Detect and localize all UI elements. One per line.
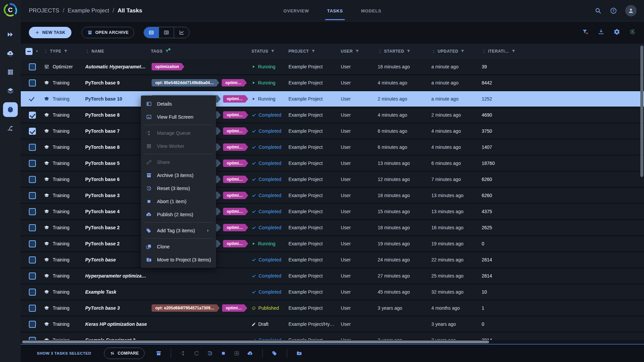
abort-button[interactable] — [217, 347, 230, 360]
task-name[interactable]: PyTorch base 3 — [85, 305, 151, 311]
table-row[interactable]: TrainingKeras HP optimization baseDraftE… — [21, 316, 644, 333]
compare-button[interactable]: COMPARE — [104, 348, 145, 359]
menu-item-archive-3-items[interactable]: Archive (3 items) — [141, 169, 216, 182]
breadcrumb-item[interactable]: PROJECTS — [29, 7, 59, 14]
row-checkbox[interactable] — [29, 192, 36, 199]
table-row[interactable]: TrainingPyTorch base 6optimi…CompletedEx… — [21, 172, 644, 188]
sidebar-item-cloud-autoscalers[interactable] — [3, 46, 18, 61]
table-row[interactable]: OptimizerAutomatic Hyperparamete…optimiz… — [21, 59, 644, 75]
row-checkbox[interactable] — [29, 224, 36, 231]
column-header-tags[interactable]: TAGS — [151, 49, 252, 54]
funnel-icon[interactable] — [355, 49, 360, 54]
menu-item-view-full-screen[interactable]: View Full Screen — [141, 110, 216, 123]
table-row[interactable]: TrainingPyTorch base 8optimi…CompletedEx… — [21, 139, 644, 156]
sidebar-item-datasets[interactable] — [3, 83, 18, 98]
table-row[interactable]: TrainingExample Experiment 2CompletedExa… — [21, 333, 644, 340]
menu-item-details[interactable]: Details — [141, 97, 216, 110]
gear-button[interactable] — [613, 28, 620, 37]
menu-item-clone[interactable]: Clone — [141, 240, 216, 253]
table-row[interactable]: TrainingPyTorch base 8optimi…CompletedEx… — [21, 107, 644, 123]
row-checkbox[interactable] — [29, 256, 36, 263]
table-row[interactable]: TrainingPyTorch base 7optimi…CompletedEx… — [21, 123, 644, 139]
row-checkbox[interactable] — [29, 144, 36, 151]
breadcrumb-item[interactable]: All Tasks — [118, 7, 142, 14]
funnel-icon[interactable] — [63, 49, 68, 54]
row-checkbox[interactable] — [29, 96, 36, 103]
filter-x-button[interactable] — [582, 28, 589, 37]
vertical-scrollbar-thumb[interactable] — [640, 46, 643, 177]
breadcrumb-item[interactable]: Example Project — [68, 7, 109, 14]
task-name[interactable]: Hyperparameter optimizati… — [85, 273, 151, 279]
funnel-icon[interactable] — [270, 49, 275, 54]
row-checkbox[interactable] — [29, 63, 36, 70]
user-avatar[interactable] — [625, 5, 637, 16]
menu-item-add-tag-3-items[interactable]: Add Tag (3 items) — [141, 224, 216, 237]
table-row[interactable]: TrainingPyTorch baseCompletedExample Pro… — [21, 252, 644, 268]
column-header-updated[interactable]: UPDATED — [431, 49, 482, 54]
row-checkbox[interactable] — [29, 160, 36, 167]
table-row[interactable]: TrainingPyTorch base 5optimi…CompletedEx… — [21, 156, 644, 172]
row-checkbox[interactable] — [29, 337, 36, 340]
horizontal-scrollbar-thumb[interactable] — [22, 341, 489, 343]
publish-button[interactable] — [244, 347, 257, 360]
table-row[interactable]: TrainingPyTorch base 3optimi…CompletedEx… — [21, 188, 644, 204]
row-checkbox[interactable] — [29, 289, 36, 296]
task-name[interactable]: Automatic Hyperparamete… — [85, 64, 151, 69]
reset-button[interactable] — [203, 347, 217, 360]
clearml-logo[interactable]: C — [3, 3, 17, 17]
show-selected-tasks-link[interactable]: SHOW 3 TASKS SELECTED — [37, 351, 91, 355]
horizontal-scrollbar[interactable] — [21, 340, 644, 344]
add-tag-button[interactable] — [268, 347, 281, 360]
row-checkbox[interactable] — [29, 321, 36, 328]
column-header-started[interactable]: STARTED — [378, 49, 431, 54]
breadcrumb[interactable]: PROJECTS/Example Project/All Tasks — [21, 7, 142, 14]
column-header-name[interactable]: NAME — [85, 49, 151, 54]
column-header-user[interactable]: USER — [341, 49, 378, 54]
open-archive-button[interactable]: OPEN ARCHIVE — [82, 27, 135, 38]
funnel-icon[interactable] — [165, 49, 169, 54]
help-icon[interactable]: ? — [610, 7, 617, 14]
sidebar-item-workers-queues[interactable] — [3, 65, 18, 79]
sidebar-item-projects[interactable] — [3, 102, 18, 117]
task-name[interactable]: Keras HP optimization base — [85, 321, 151, 327]
menu-item-move-to-project-3-items[interactable]: Move to Project (3 items) — [141, 253, 216, 266]
table-row[interactable]: TrainingPyTorch base 10optimi…RunningExa… — [21, 91, 644, 107]
table-row[interactable]: TrainingHyperparameter optimizati…Comple… — [21, 268, 644, 284]
card-view-toggle[interactable] — [159, 27, 174, 38]
row-checkbox[interactable] — [29, 208, 36, 215]
column-header-type[interactable]: TYPE — [44, 49, 85, 54]
autorefresh-button[interactable] — [629, 28, 636, 37]
table-view-toggle[interactable] — [144, 27, 159, 38]
menu-item-publish-2-items[interactable]: Publish (2 items) — [141, 208, 216, 221]
funnel-icon[interactable] — [406, 49, 411, 54]
task-name[interactable]: Example Task — [85, 289, 151, 295]
row-checkbox[interactable] — [29, 240, 36, 247]
tab-overview[interactable]: OVERVIEW — [279, 0, 314, 21]
table-row[interactable]: TrainingPyTorch base 2optimi…RunningExam… — [21, 236, 644, 252]
select-all-checkbox[interactable] — [25, 48, 33, 55]
row-checkbox[interactable] — [29, 128, 36, 135]
row-checkbox[interactable] — [29, 305, 36, 312]
new-task-button[interactable]: NEW TASK — [29, 27, 71, 38]
row-checkbox[interactable] — [29, 273, 36, 280]
task-name[interactable]: PyTorch base 9 — [85, 80, 151, 85]
row-checkbox[interactable] — [29, 79, 36, 86]
table-row[interactable]: TrainingPyTorch base 4optimi…CompletedEx… — [21, 204, 644, 220]
column-header-status[interactable]: STATUS — [252, 49, 288, 54]
tab-tasks[interactable]: TASKS — [322, 0, 347, 21]
move-to-project-button[interactable] — [292, 347, 306, 360]
task-name[interactable]: Example Experiment 2 — [85, 338, 151, 340]
table-row[interactable]: TrainingPyTorch base 2optimi…CompletedEx… — [21, 220, 644, 236]
sidebar-item-pipelines[interactable] — [3, 121, 18, 136]
sidebar-item-getting-started[interactable] — [3, 27, 18, 42]
tab-models[interactable]: MODELS — [356, 0, 386, 21]
row-checkbox[interactable] — [29, 112, 36, 119]
menu-item-abort-1-item[interactable]: Abort (1 item) — [141, 195, 216, 208]
chart-view-toggle[interactable] — [174, 27, 189, 38]
table-row[interactable]: TrainingPyTorch base 9opt: 85e5482ddd714… — [21, 75, 644, 91]
caret-down-icon[interactable] — [35, 49, 39, 54]
search-icon[interactable] — [594, 7, 602, 14]
table-row[interactable]: TrainingPyTorch base 3opt: e205d684f7954… — [21, 300, 644, 316]
column-header-iterations[interactable]: ITERATI… — [482, 49, 522, 54]
funnel-icon[interactable] — [311, 49, 316, 54]
